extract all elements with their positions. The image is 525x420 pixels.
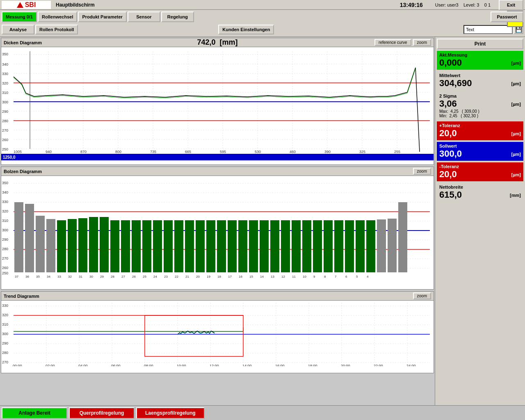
svg-rect-102: [324, 220, 333, 272]
svg-text:11: 11: [292, 275, 296, 278]
trend-canvas: 330 320 310 300 290 280 270: [1, 301, 434, 366]
exit-button[interactable]: Exit: [499, 0, 523, 10]
svg-text:14: 14: [260, 275, 264, 278]
mittelwert-value: 304,690: [439, 78, 472, 88]
svg-text:350: 350: [2, 52, 8, 56]
text-input[interactable]: [463, 25, 513, 34]
nav-rollen-protokoll[interactable]: Rollen Protokoll: [35, 25, 78, 34]
svg-text:36: 36: [25, 275, 29, 278]
nav-sensor[interactable]: Sensor: [128, 11, 160, 22]
nav-kunden-einstellungen[interactable]: Kunden Einstellungen: [218, 25, 274, 34]
svg-text:290: 290: [2, 110, 8, 114]
anlage-bereit-button[interactable]: Anlage Bereit: [2, 407, 67, 419]
svg-text:20:00: 20:00: [341, 364, 350, 366]
svg-text:300: 300: [2, 100, 8, 104]
svg-text:280: 280: [2, 351, 8, 355]
svg-text:390: 390: [324, 150, 331, 154]
svg-rect-91: [206, 220, 215, 272]
svg-rect-86: [153, 220, 162, 272]
dicken-title: Dicken Diagramm: [4, 40, 42, 45]
svg-text:290: 290: [2, 341, 8, 345]
svg-rect-93: [228, 220, 237, 272]
toleranz-plus-value: 20,0: [439, 128, 457, 138]
svg-text:330: 330: [2, 72, 8, 76]
progress-value: 1250,0: [3, 155, 16, 160]
svg-text:14:00: 14:00: [242, 364, 252, 366]
svg-rect-80: [89, 217, 98, 272]
svg-text:260: 260: [2, 266, 8, 270]
nav-produkt-parameter[interactable]: Produkt Parameter: [78, 11, 126, 22]
svg-text:7: 7: [335, 275, 337, 278]
svg-rect-88: [174, 220, 183, 272]
laengsprofil-button[interactable]: Laengsprofilregelung: [136, 407, 205, 419]
right-panel: Print Akt.Messung 0,000 [µm] Mittelwert …: [435, 37, 525, 420]
svg-rect-104: [345, 220, 354, 272]
trend-title-bar: Trend Diagramm zoom: [1, 292, 434, 301]
time-display: 13:49:16: [400, 2, 423, 8]
bolzen-zoom-btn[interactable]: zoom: [413, 168, 431, 175]
querprofil-button[interactable]: Querprofilregelung: [69, 407, 135, 419]
svg-text:5: 5: [356, 275, 358, 278]
sigma-unit: [µm]: [511, 102, 521, 107]
svg-text:16:00: 16:00: [275, 364, 285, 366]
svg-text:37: 37: [15, 275, 18, 278]
progress-bar: 1250,0: [1, 154, 434, 160]
svg-rect-108: [388, 219, 397, 272]
dicken-center-value: 742,0 [mm]: [197, 38, 237, 47]
svg-rect-81: [100, 217, 109, 272]
svg-text:04:00: 04:00: [78, 364, 88, 366]
svg-text:08:00: 08:00: [144, 364, 153, 366]
trend-zoom-btn[interactable]: zoom: [413, 292, 431, 299]
svg-text:1005: 1005: [14, 150, 22, 154]
dicken-zoom-btn[interactable]: zoom: [413, 39, 431, 46]
svg-rect-78: [68, 219, 77, 272]
user-info: User: user3 Level: 3 0 1: [435, 2, 491, 7]
bolzen-title: Bolzen Diagramm: [4, 169, 42, 174]
svg-rect-109: [398, 202, 407, 272]
svg-text:15: 15: [249, 275, 253, 278]
svg-rect-84: [132, 220, 141, 272]
svg-rect-96: [260, 220, 269, 272]
svg-rect-103: [334, 220, 343, 272]
svg-text:270: 270: [2, 256, 8, 260]
svg-text:00:00: 00:00: [13, 364, 22, 366]
trend-title: Trend Diagramm: [4, 294, 39, 299]
main-title: Hauptbildschirm: [52, 2, 392, 8]
trend-svg: 330 320 310 300 290 280 270: [1, 301, 432, 366]
sigma-max: Max: 4,25 ( 309,00 ): [439, 109, 521, 114]
svg-rect-97: [270, 220, 279, 272]
nav-passwort[interactable]: Passwort: [491, 11, 523, 22]
sollwert-label: Sollwert: [439, 144, 521, 148]
svg-text:33: 33: [57, 275, 61, 278]
nav-messung[interactable]: Messung 0/1: [2, 11, 37, 22]
print-button[interactable]: Print: [437, 39, 523, 49]
toleranz-plus-unit: [µm]: [511, 131, 521, 136]
svg-rect-105: [356, 220, 365, 272]
nav-regelung[interactable]: Regelung: [161, 11, 194, 22]
nav-rollenwechsel[interactable]: Rollenwechsel: [38, 11, 77, 22]
svg-rect-106: [366, 220, 375, 272]
akt-messung-label: Akt.Messung: [439, 52, 521, 57]
svg-text:13: 13: [271, 275, 274, 278]
svg-text:270: 270: [2, 360, 8, 364]
svg-rect-73: [14, 202, 23, 272]
nettobreite-value: 615,0: [439, 189, 462, 200]
svg-text:27: 27: [121, 275, 125, 278]
svg-text:35: 35: [36, 275, 40, 278]
akt-messung-value: 0,000: [439, 57, 462, 68]
svg-text:29: 29: [100, 275, 104, 278]
svg-rect-87: [164, 220, 173, 272]
svg-text:595: 595: [220, 150, 226, 154]
svg-text:320: 320: [2, 313, 8, 317]
svg-text:21: 21: [185, 275, 189, 278]
nav-analyse[interactable]: Analyse: [2, 25, 34, 34]
svg-text:32: 32: [68, 275, 72, 278]
reference-curve-btn[interactable]: reference curve: [374, 39, 411, 46]
svg-text:340: 340: [2, 62, 8, 66]
svg-text:02:00: 02:00: [46, 364, 55, 366]
sollwert-unit: [µm]: [511, 152, 521, 157]
svg-text:18:00: 18:00: [308, 364, 317, 366]
svg-text:4: 4: [367, 275, 369, 278]
svg-text:310: 310: [2, 91, 8, 95]
svg-text:350: 350: [2, 181, 8, 185]
